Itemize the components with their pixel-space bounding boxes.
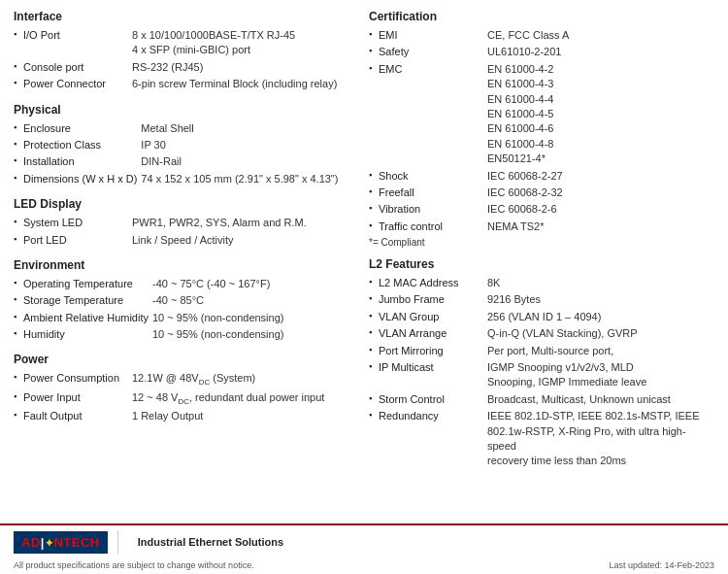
table-row: IP Multicast IGMP Snooping v1/v2/v3, MLD… (369, 359, 714, 391)
value-port-mirroring: Per port, Multi-source port, (485, 343, 714, 359)
label-fault-output: Fault Output (14, 408, 130, 424)
table-row: EMI CE, FCC Class A (369, 27, 714, 44)
label-shock: Shock (369, 168, 485, 185)
value-io-port: 8 x 10/100/1000BASE-T/TX RJ-454 x SFP (m… (130, 27, 359, 59)
logo-van: ✦ (45, 537, 54, 549)
label-vlan-group: VLAN Group (369, 309, 485, 325)
label-protection-class: Protection Class (14, 137, 139, 153)
table-row: Dimensions (W x H x D) 74 x 152 x 105 mm… (14, 171, 359, 187)
value-freefall: IEC 60068-2-32 (485, 185, 714, 201)
table-row: Enclosure Metal Shell (14, 120, 359, 137)
value-storm-control: Broadcast, Multicast, Unknown unicast (485, 391, 714, 408)
value-storage-temp: -40 ~ 85°C (150, 292, 359, 309)
advantech-logo: AD|✦NTECH (14, 531, 108, 554)
label-operating-temp: Operating Temperature (14, 276, 150, 292)
table-row: Shock IEC 60068-2-27 (369, 168, 714, 185)
value-vibration: IEC 60068-2-6 (485, 201, 714, 218)
value-power-connector: 6-pin screw Terminal Block (including re… (130, 76, 359, 92)
table-row: Power Connector 6-pin screw Terminal Blo… (14, 76, 359, 92)
value-power-input: 12 ~ 48 VDC, redundant dual power input (130, 389, 359, 408)
table-row: Storm Control Broadcast, Multicast, Unkn… (369, 391, 714, 408)
section-title-l2: L2 Features (369, 257, 714, 271)
logo-ad: AD (21, 535, 41, 550)
table-row: VLAN Group 256 (VLAN ID 1 – 4094) (369, 309, 714, 325)
section-title-led: LED Display (14, 197, 359, 211)
value-ambient-humidity: 10 ~ 95% (non-condensing) (150, 310, 359, 326)
table-row: EMC EN 61000-4-2 EN 61000-4-3 EN 61000-4… (369, 61, 714, 168)
footer-main: AD|✦NTECH Industrial Ethernet Solutions (0, 523, 728, 558)
label-humidity: Humidity (14, 326, 150, 343)
label-dimensions: Dimensions (W x H x D) (14, 171, 139, 187)
footer-tagline: Industrial Ethernet Solutions (128, 536, 283, 548)
label-power-input: Power Input (14, 389, 130, 408)
table-row: Power Consumption 12.1W @ 48VDC (System) (14, 370, 359, 388)
footer-date: Last updated: 14-Feb-2023 (609, 560, 714, 570)
value-port-led: Link / Speed / Activity (130, 232, 359, 249)
section-title-environment: Environment (14, 258, 359, 272)
footer: AD|✦NTECH Industrial Ethernet Solutions … (0, 523, 728, 574)
label-jumbo-frame: Jumbo Frame (369, 291, 485, 308)
label-power-consumption: Power Consumption (14, 370, 130, 388)
value-jumbo-frame: 9216 Bytes (485, 291, 714, 308)
l2-table: L2 MAC Address 8K Jumbo Frame 9216 Bytes… (369, 275, 714, 470)
value-vlan-arrange: Q-in-Q (VLAN Stacking), GVRP (485, 325, 714, 342)
label-traffic-control: Traffic control (369, 219, 485, 235)
label-ambient-humidity: Ambient Relative Humidity (14, 310, 150, 326)
value-fault-output: 1 Relay Output (130, 408, 359, 424)
table-row: Ambient Relative Humidity 10 ~ 95% (non-… (14, 310, 359, 326)
table-row: Freefall IEC 60068-2-32 (369, 185, 714, 201)
label-l2-mac: L2 MAC Address (369, 275, 485, 291)
right-column: Certification EMI CE, FCC Class A Safety… (369, 10, 714, 470)
label-safety: Safety (369, 44, 485, 60)
value-power-consumption: 12.1W @ 48VDC (System) (130, 370, 359, 388)
led-table: System LED PWR1, PWR2, SYS, Alarm and R.… (14, 215, 359, 249)
label-emc: EMC (369, 61, 485, 168)
table-row: Power Input 12 ~ 48 VDC, redundant dual … (14, 389, 359, 408)
certification-table: EMI CE, FCC Class A Safety UL61010-2-201… (369, 27, 714, 235)
label-system-led: System LED (14, 215, 130, 231)
logo-ntech: NTECH (53, 535, 99, 550)
value-dimensions: 74 x 152 x 105 mm (2.91" x 5.98" x 4.13"… (139, 171, 359, 187)
value-emi: CE, FCC Class A (485, 27, 714, 44)
table-row: I/O Port 8 x 10/100/1000BASE-T/TX RJ-454… (14, 27, 359, 59)
label-vlan-arrange: VLAN Arrange (369, 325, 485, 342)
table-row: Redundancy IEEE 802.1D-STP, IEEE 802.1s-… (369, 408, 714, 470)
section-title-certification: Certification (369, 10, 714, 23)
table-row: Storage Temperature -40 ~ 85°C (14, 292, 359, 309)
section-title-physical: Physical (14, 103, 359, 117)
environment-table: Operating Temperature -40 ~ 75°C (-40 ~ … (14, 276, 359, 344)
value-operating-temp: -40 ~ 75°C (-40 ~ 167°F) (150, 276, 359, 292)
value-redundancy: IEEE 802.1D-STP, IEEE 802.1s-MSTP, IEEE8… (485, 408, 714, 470)
table-row: Operating Temperature -40 ~ 75°C (-40 ~ … (14, 276, 359, 292)
footer-divider (117, 530, 118, 554)
label-port-mirroring: Port Mirroring (369, 343, 485, 359)
label-storm-control: Storm Control (369, 391, 485, 408)
footer-disclaimer: All product specifications are subject t… (14, 560, 254, 570)
interface-table: I/O Port 8 x 10/100/1000BASE-T/TX RJ-454… (14, 27, 359, 93)
table-row: Traffic control NEMA TS2* (369, 219, 714, 235)
physical-table: Enclosure Metal Shell Protection Class I… (14, 120, 359, 188)
label-storage-temp: Storage Temperature (14, 292, 150, 309)
label-redundancy: Redundancy (369, 408, 485, 470)
label-emi: EMI (369, 27, 485, 44)
label-console-port: Console port (14, 59, 130, 76)
table-row: Console port RS-232 (RJ45) (14, 59, 359, 76)
label-freefall: Freefall (369, 185, 485, 201)
table-row: VLAN Arrange Q-in-Q (VLAN Stacking), GVR… (369, 325, 714, 342)
value-shock: IEC 60068-2-27 (485, 168, 714, 185)
value-protection-class: IP 30 (139, 137, 359, 153)
value-system-led: PWR1, PWR2, SYS, Alarm and R.M. (130, 215, 359, 231)
label-power-connector: Power Connector (14, 76, 130, 92)
power-table: Power Consumption 12.1W @ 48VDC (System)… (14, 370, 359, 424)
table-row: System LED PWR1, PWR2, SYS, Alarm and R.… (14, 215, 359, 231)
label-vibration: Vibration (369, 201, 485, 218)
table-row: Fault Output 1 Relay Output (14, 408, 359, 424)
table-row: Installation DIN-Rail (14, 153, 359, 170)
value-console-port: RS-232 (RJ45) (130, 59, 359, 76)
label-enclosure: Enclosure (14, 120, 139, 137)
label-io-port: I/O Port (14, 27, 130, 59)
table-row: Protection Class IP 30 (14, 137, 359, 153)
table-row: Port Mirroring Per port, Multi-source po… (369, 343, 714, 359)
table-row: Vibration IEC 60068-2-6 (369, 201, 714, 218)
value-ip-multicast: IGMP Snooping v1/v2/v3, MLDSnooping, IGM… (485, 359, 714, 391)
